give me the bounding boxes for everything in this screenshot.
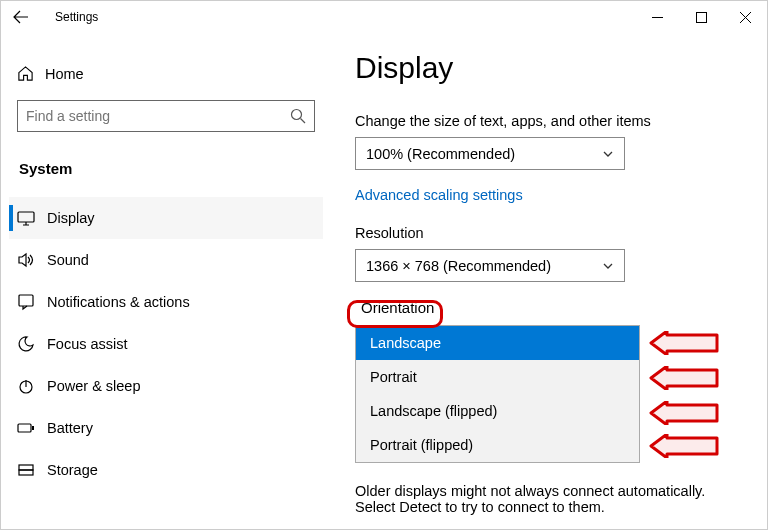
close-button[interactable] (723, 2, 767, 32)
arrow-left-icon (13, 9, 29, 25)
chevron-down-icon (602, 260, 614, 272)
sidebar-item-focus-assist[interactable]: Focus assist (9, 323, 323, 365)
svg-rect-3 (19, 295, 33, 306)
page-title: Display (355, 51, 759, 85)
sidebar-item-label: Battery (47, 420, 93, 436)
sidebar: Home System Display Sound Notifications … (1, 33, 331, 529)
battery-icon (17, 419, 47, 437)
resolution-value: 1366 × 768 (Recommended) (366, 258, 551, 274)
sidebar-item-battery[interactable]: Battery (9, 407, 323, 449)
svg-point-1 (292, 110, 302, 120)
sidebar-item-display[interactable]: Display (9, 197, 323, 239)
maximize-icon (696, 12, 707, 23)
storage-icon (17, 461, 47, 479)
back-button[interactable] (13, 9, 47, 25)
sidebar-item-label: Sound (47, 252, 89, 268)
display-icon (17, 209, 47, 227)
resolution-dropdown[interactable]: 1366 × 768 (Recommended) (355, 249, 625, 282)
sidebar-item-label: Storage (47, 462, 98, 478)
notifications-icon (17, 293, 47, 311)
svg-rect-0 (696, 12, 706, 22)
orientation-label: Orientation (355, 298, 440, 319)
close-icon (740, 12, 751, 23)
svg-rect-6 (32, 426, 34, 430)
search-input[interactable] (26, 108, 290, 124)
titlebar: Settings (1, 1, 767, 33)
annotation-arrow-3 (649, 401, 719, 425)
maximize-button[interactable] (679, 2, 723, 32)
sidebar-item-storage[interactable]: Storage (9, 449, 323, 491)
scale-dropdown[interactable]: 100% (Recommended) (355, 137, 625, 170)
advanced-scaling-link[interactable]: Advanced scaling settings (355, 187, 523, 203)
sound-icon (17, 251, 47, 269)
search-icon (290, 108, 306, 124)
sidebar-item-sound[interactable]: Sound (9, 239, 323, 281)
minimize-button[interactable] (635, 2, 679, 32)
svg-rect-5 (18, 424, 31, 432)
footer-note: Older displays might not always connect … (355, 483, 735, 515)
category-title: System (9, 152, 323, 197)
resolution-label: Resolution (355, 225, 759, 241)
sidebar-item-notifications[interactable]: Notifications & actions (9, 281, 323, 323)
chevron-down-icon (602, 148, 614, 160)
annotation-arrow-4 (649, 434, 719, 458)
sidebar-item-label: Notifications & actions (47, 294, 190, 310)
scale-value: 100% (Recommended) (366, 146, 515, 162)
titlebar-label: Settings (55, 10, 98, 24)
sidebar-item-label: Focus assist (47, 336, 128, 352)
home-label: Home (45, 66, 84, 82)
sidebar-item-label: Display (47, 210, 95, 226)
power-icon (17, 377, 47, 395)
svg-rect-2 (18, 212, 34, 222)
annotation-arrow-1 (649, 331, 719, 355)
minimize-icon (652, 12, 663, 23)
focus-assist-icon (17, 335, 47, 353)
orientation-option-portrait-flipped[interactable]: Portrait (flipped) (356, 428, 639, 462)
sidebar-item-power-sleep[interactable]: Power & sleep (9, 365, 323, 407)
orientation-dropdown-open[interactable]: Landscape Portrait Landscape (flipped) P… (355, 325, 640, 463)
orientation-option-landscape[interactable]: Landscape (356, 326, 639, 360)
search-box[interactable] (17, 100, 315, 132)
orientation-option-landscape-flipped[interactable]: Landscape (flipped) (356, 394, 639, 428)
home-button[interactable]: Home (9, 55, 323, 92)
sidebar-item-label: Power & sleep (47, 378, 141, 394)
scale-label: Change the size of text, apps, and other… (355, 113, 759, 129)
orientation-option-portrait[interactable]: Portrait (356, 360, 639, 394)
home-icon (17, 65, 45, 82)
svg-rect-7 (19, 465, 33, 470)
svg-rect-8 (19, 470, 33, 475)
annotation-arrow-2 (649, 366, 719, 390)
